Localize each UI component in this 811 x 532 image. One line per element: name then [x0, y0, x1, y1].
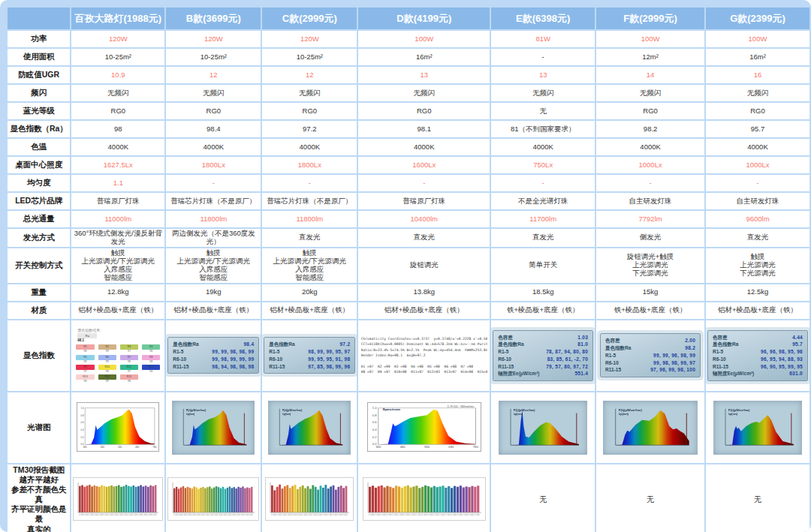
svg-text:P(λ)(μW/cm²/nm): P(λ)(μW/cm²/nm)	[514, 409, 535, 412]
value-cell: 侧发光	[596, 229, 704, 247]
tm30-none-text: 无	[707, 494, 808, 505]
cri-ra-swatch: Ra	[77, 333, 97, 338]
meter-value: 95.7	[792, 341, 803, 348]
value-cell: 100W	[706, 31, 809, 47]
value-cell: RG0	[71, 103, 164, 119]
tm30-bar-chart	[73, 477, 163, 521]
spectrum-chart: 1.00.80.60.40.20.0380480580680780	[77, 402, 159, 452]
meter-label: 辐照度Ee(μW/cm²)	[713, 370, 754, 377]
cri-swatch-value: 97	[120, 350, 138, 353]
cri-swatch: R699	[98, 355, 116, 363]
value-cell: 4000K	[706, 139, 809, 155]
svg-text:780: 780	[153, 446, 157, 449]
cri-swatch: R498	[142, 344, 160, 353]
meter-label: 色容差	[498, 334, 513, 341]
meter-value: 551.4	[574, 370, 588, 377]
cri-swatch: R1294	[142, 365, 160, 373]
value-cell: 4000K	[596, 139, 704, 155]
cri-swatch-color: R5	[76, 355, 94, 360]
meter-row: 辐照度Ee(μW/cm²)631.0	[713, 370, 803, 377]
table-row: 色温4000K4000K4000K4000K4000K4000K4000K	[8, 139, 809, 155]
tm30-cell	[262, 464, 357, 532]
cri-meter-photo: 色容差1.03显色指数Ra81.0R1-578, 87, 94, 80, 80R…	[493, 330, 593, 382]
value-cell: 120W	[262, 31, 357, 47]
meter-value: 99, 99, 98, 98, 99	[212, 348, 254, 356]
cri-text-report: Chromaticity Coordinates:x=0.3737 y=0.37…	[361, 336, 487, 374]
meter-row: R11-1598, 94, 98, 98, 98	[173, 363, 254, 371]
meter-label: R11-15	[173, 363, 188, 371]
meter-row: 显色指数Ra98.4	[173, 341, 254, 348]
meter-label: R1-5	[498, 348, 508, 356]
svg-text:0.6: 0.6	[81, 421, 85, 424]
cri-cell: 色容差4.44显色指数Ra95.7R1-596, 96, 98, 95, 96R…	[706, 320, 809, 391]
cri-swatch-value: 94	[142, 370, 160, 373]
meter-value: 96, 96, 98, 95, 96	[761, 348, 803, 356]
svg-text:P(λ)(μW/cm²/nm): P(λ)(μW/cm²/nm)	[728, 409, 750, 412]
meter-value: 1.03	[577, 334, 588, 341]
value-cell: RG0	[166, 103, 261, 119]
table-row: 均匀度1.1------	[8, 175, 809, 191]
meter-label: 辐照度Ee(μW/cm²)	[498, 370, 539, 377]
value-cell: 97.2	[262, 121, 357, 137]
cri-swatch-color: R4	[142, 344, 160, 350]
meter-row: R1-578, 87, 94, 80, 80	[498, 348, 588, 356]
cri-swatch-value: 97	[120, 370, 138, 373]
value-cell: 12m²	[596, 49, 704, 65]
row-label: 总光通量	[8, 211, 70, 227]
cri-cell: 色容差1.03显色指数Ra81.0R1-578, 87, 94, 80, 80R…	[491, 320, 595, 391]
meter-value: 78, 87, 94, 80, 80	[546, 348, 588, 356]
meter-label: R1-5	[713, 348, 723, 356]
spectrum-cell: P(λ)(μW/cm²/nm)λp(nm)	[491, 392, 595, 463]
meter-label: R6-10	[605, 359, 619, 367]
svg-text:680: 680	[448, 446, 454, 449]
table-row: 蓝光等级RG0RG0RG0RG0无RG0RG0	[8, 103, 809, 119]
spectrum-chart: P(λ)(μW/cm²/nm)λp(nm)	[268, 401, 351, 455]
header-cell-product: F款(2999元)	[596, 8, 704, 29]
table-row: 总光通量11000lm11800lm11800lm10400lm11700lm7…	[8, 211, 809, 227]
spectrum-cell: P(λ)(μW/cm²/nm)λp(nm)	[166, 392, 261, 463]
meter-value: 97.2	[339, 341, 350, 348]
meter-label: R6-10	[269, 356, 282, 363]
value-cell: 无频闪	[491, 85, 595, 101]
value-cell: 9600lm	[706, 211, 809, 227]
meter-row: R6-1096, 95, 94, 88, 93	[713, 356, 803, 363]
value-cell: 触摸 上光源调光/下光源调光 入席感应 智能感应	[71, 248, 164, 283]
meter-value: 99, 95, 95, 91, 98	[308, 356, 350, 363]
table-row: 材质铝材+棱晶板+底座（铁）铝材+棱晶板+底座（铁）铝材+棱晶板+底座（铁）铝材…	[8, 302, 809, 319]
value-cell: -	[596, 175, 704, 191]
tm30-row: TM30报告截图 越齐平越好 参差不齐颜色失真 齐平证明颜色是最 真实的无无无	[8, 464, 809, 532]
meter-value: 98, 99, 99, 95, 97	[308, 348, 350, 356]
meter-row: R1-599, 99, 98, 98, 99	[173, 348, 254, 356]
cri-meter-photo: 色容差4.44显色指数Ra95.7R1-596, 96, 98, 95, 96R…	[707, 330, 808, 382]
cri-swatch-color: R12	[142, 365, 160, 370]
meter-row: 显色指数Ra98.2	[605, 344, 695, 352]
row-label: 显色指数	[8, 320, 70, 391]
tm30-cell: 无	[706, 464, 809, 532]
value-cell: -	[358, 175, 490, 191]
cri-swatch-grid: 显色指数结果:Ra98.1R198R299R397R498R599R699R79…	[76, 328, 160, 383]
svg-text:480: 480	[101, 446, 104, 449]
value-cell: 旋钮调光+触摸 上光源调光 下光源调光	[596, 248, 704, 283]
tm30-cell	[358, 464, 490, 532]
value-cell: 触摸 上光源调光 下光源调光	[706, 248, 809, 283]
cri-swatch-color: R3	[120, 344, 138, 350]
spectrum-chart: P(λ)(μW/cm²/nm)λp(nm)	[499, 401, 587, 455]
meter-label: R1-5	[605, 352, 616, 359]
value-cell: 不是全光谱灯珠	[491, 193, 595, 209]
meter-label: R6-10	[498, 356, 511, 363]
svg-text:1.0: 1.0	[372, 407, 377, 409]
meter-row: R11-1597, 96, 99, 98, 100	[605, 366, 695, 374]
value-cell: 4000K	[262, 139, 357, 155]
header-cell-product: E款(6398元)	[491, 8, 595, 29]
meter-row: R11-1597, 85, 98, 99, 96	[269, 363, 350, 371]
value-cell: 1000Lx	[706, 157, 809, 173]
cri-swatch-value: 99	[98, 350, 116, 353]
value-cell: 11800lm	[262, 211, 357, 227]
cri-swatch-value: 99	[98, 380, 116, 383]
meter-value: 96, 95, 94, 88, 93	[761, 356, 803, 363]
tm30-cell	[71, 464, 164, 532]
header-cell-product: D款(4199元)	[358, 8, 490, 29]
meter-row: R11-1596, 90, 95, 99, 95	[713, 363, 803, 371]
table-row: LED芯片品牌普瑞原厂灯珠普瑞芯片灯珠（不是原厂）普瑞芯片灯珠（不是原厂）普瑞原…	[8, 193, 809, 209]
meter-row: 色容差4.44	[713, 334, 803, 341]
